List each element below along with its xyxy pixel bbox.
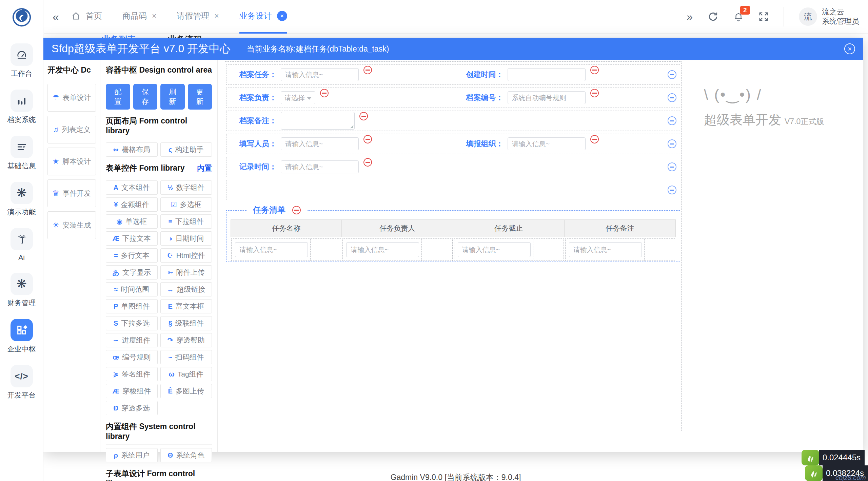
- component-item[interactable]: ~扫码组件: [160, 350, 212, 364]
- builtin-link[interactable]: 内置: [197, 163, 212, 173]
- tab-leave-management[interactable]: 请假管理×: [177, 0, 219, 34]
- field-input[interactable]: [508, 91, 586, 104]
- remove-field-icon[interactable]: [363, 135, 372, 143]
- component-item[interactable]: ☑多选框: [160, 197, 212, 212]
- dev-center-item[interactable]: ☂表单设计: [47, 84, 96, 112]
- app-logo: [11, 7, 32, 28]
- tab-close-icon[interactable]: ×: [214, 12, 219, 21]
- field-input[interactable]: [281, 137, 359, 150]
- action-button-刷新[interactable]: 刷新: [160, 84, 185, 110]
- component-item[interactable]: ◑日期时间: [160, 231, 212, 246]
- action-button-更新[interactable]: 更新: [188, 84, 212, 110]
- field-input[interactable]: [281, 160, 359, 173]
- remove-row-icon[interactable]: [668, 139, 676, 148]
- remove-subform-icon[interactable]: [292, 206, 301, 214]
- component-label: 日期时间: [175, 234, 204, 243]
- component-item[interactable]: ↭栅格布局: [106, 142, 158, 157]
- action-button-配置[interactable]: 配置: [106, 84, 130, 110]
- subform-cell-input[interactable]: [346, 242, 419, 257]
- sidebar-item-ai[interactable]: Ai: [11, 228, 33, 262]
- sidebar-item-archive-system[interactable]: 档案系统: [7, 90, 36, 124]
- remove-row-icon[interactable]: [668, 70, 676, 79]
- component-item[interactable]: §级联组件: [160, 316, 212, 330]
- action-button-保存[interactable]: 保存: [133, 84, 158, 110]
- component-item[interactable]: P单图组件: [106, 299, 158, 313]
- remove-row-icon[interactable]: [668, 162, 676, 171]
- collapse-tabs-icon[interactable]: «: [53, 10, 59, 23]
- remove-row-icon[interactable]: [668, 116, 676, 125]
- subform-cell-input[interactable]: [569, 242, 642, 257]
- component-item[interactable]: ☪Html控件: [160, 248, 212, 263]
- remove-field-icon[interactable]: [363, 66, 372, 74]
- dev-center-item[interactable]: ★脚本设计: [47, 148, 96, 175]
- component-item[interactable]: ≽签名组件: [106, 367, 158, 381]
- component-label: 单选框: [125, 217, 147, 226]
- tab-home[interactable]: 首页: [71, 0, 102, 34]
- tab-product-code[interactable]: 商品码×: [122, 0, 156, 34]
- field-input[interactable]: [508, 68, 586, 81]
- sidebar-item-dev-platform[interactable]: </>开发平台: [7, 365, 36, 400]
- field-input[interactable]: [281, 68, 359, 81]
- subform-header-row: 任务名称任务负责人任务截止任务备注: [231, 219, 676, 237]
- component-item[interactable]: ≈时间范围: [106, 282, 158, 296]
- component-label: 穿梭组件: [122, 386, 151, 396]
- subform-cell-input[interactable]: [235, 242, 308, 257]
- tab-close-icon[interactable]: ×: [152, 12, 156, 21]
- component-item[interactable]: ωTag组件: [160, 367, 212, 381]
- remove-row-icon[interactable]: [668, 93, 676, 102]
- remove-field-icon[interactable]: [590, 135, 599, 143]
- component-item[interactable]: A文本组件: [106, 180, 158, 195]
- user-menu[interactable]: 流 流之云 系统管理员: [799, 7, 859, 26]
- component-item[interactable]: ρ系统用户: [106, 448, 158, 462]
- dev-center-item[interactable]: ♫列表定义: [47, 116, 96, 143]
- refresh-icon[interactable]: [708, 11, 718, 22]
- sidebar-item-demo-features[interactable]: ❋演示功能: [7, 182, 36, 217]
- component-item[interactable]: E富文本框: [160, 299, 212, 313]
- field-input[interactable]: [508, 137, 586, 150]
- sidebar-item-workbench[interactable]: 工作台: [11, 43, 33, 78]
- tab-close-icon[interactable]: ×: [277, 11, 287, 21]
- remove-field-icon[interactable]: [363, 158, 372, 167]
- sidebar: 工作台档案系统基础信息❋演示功能Ai❋财务管理企业中枢</>开发平台: [0, 0, 43, 481]
- remove-row-icon[interactable]: [668, 186, 676, 194]
- dev-center-item[interactable]: ♛事件开发: [47, 179, 96, 207]
- component-item[interactable]: =多行文本: [106, 248, 158, 263]
- notifications-bell-icon[interactable]: 2: [733, 11, 744, 22]
- component-item[interactable]: Ð穿透多选: [106, 401, 158, 415]
- fullscreen-icon[interactable]: [758, 12, 769, 22]
- sidebar-item-enterprise-hub[interactable]: 企业中枢: [7, 319, 36, 354]
- remove-field-icon[interactable]: [590, 89, 599, 97]
- component-item[interactable]: ¥金额组件: [106, 197, 158, 212]
- expand-tabs-icon[interactable]: »: [687, 11, 693, 23]
- subform-cell: [565, 238, 675, 261]
- component-item[interactable]: Ê多图上传: [160, 384, 212, 398]
- component-item[interactable]: S下拉多选: [106, 316, 158, 330]
- dev-center-item[interactable]: ☀安装生成: [47, 211, 96, 239]
- field-textarea[interactable]: [281, 112, 355, 130]
- design-actions: 配置保存刷新更新: [106, 84, 212, 110]
- modal-close-icon[interactable]: ×: [844, 43, 855, 54]
- component-item[interactable]: ◉单选框: [106, 214, 158, 229]
- component-item[interactable]: ↔超级链接: [160, 282, 212, 296]
- subform-cell-input[interactable]: [458, 242, 531, 257]
- sidebar-item-finance[interactable]: ❋财务管理: [7, 273, 36, 308]
- component-item[interactable]: œ编号规则: [106, 350, 158, 364]
- component-item[interactable]: ς构建助手: [160, 142, 212, 157]
- component-item[interactable]: ➳附件上传: [160, 265, 212, 280]
- subform-title: 任务清单: [253, 205, 285, 215]
- component-item[interactable]: Æ下拉文本: [106, 231, 158, 246]
- tab-business-design[interactable]: 业务设计×: [239, 0, 287, 34]
- remove-field-icon[interactable]: [359, 112, 368, 120]
- component-item[interactable]: ≡下拉组件: [160, 214, 212, 229]
- remove-field-icon[interactable]: [590, 66, 599, 74]
- select-placeholder: 请选择: [284, 93, 305, 102]
- component-item[interactable]: あ文字显示: [106, 265, 158, 280]
- component-item[interactable]: Æ穿梭组件: [106, 384, 158, 398]
- remove-field-icon[interactable]: [320, 89, 329, 97]
- field-select[interactable]: 请选择: [281, 91, 315, 104]
- component-item[interactable]: Θ系统角色: [160, 448, 212, 462]
- sidebar-item-basic-info[interactable]: 基础信息: [7, 136, 36, 171]
- component-item[interactable]: ↷穿透帮助: [160, 333, 212, 347]
- component-item[interactable]: ½数字组件: [160, 180, 212, 195]
- component-item[interactable]: ∼进度组件: [106, 333, 158, 347]
